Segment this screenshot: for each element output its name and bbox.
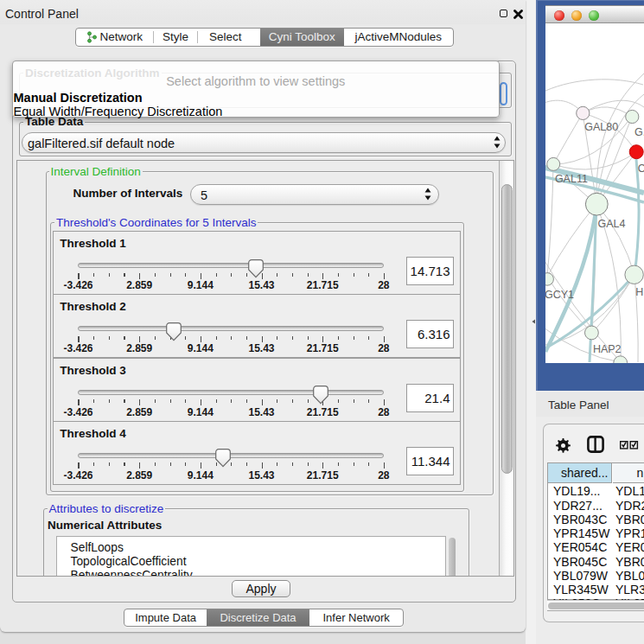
svg-text:GAL11: GAL11	[555, 173, 588, 185]
svg-text:GAL80: GAL80	[584, 121, 618, 133]
svg-text:G.: G.	[634, 126, 644, 138]
svg-text:GAL4: GAL4	[598, 218, 626, 230]
svg-text:C: C	[638, 163, 644, 175]
svg-text:H: H	[635, 286, 643, 298]
svg-text:HAP2: HAP2	[593, 343, 622, 355]
svg-text:GCY1: GCY1	[545, 289, 574, 301]
